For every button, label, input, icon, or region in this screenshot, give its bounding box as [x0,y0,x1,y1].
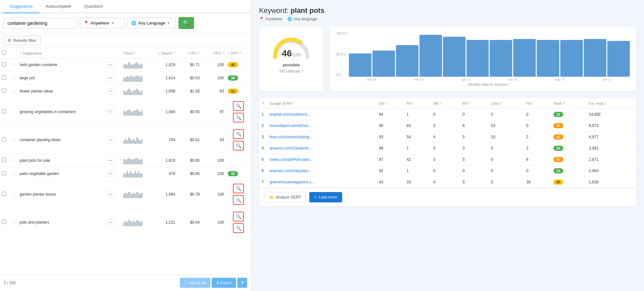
serp-fb-4: 6 [524,154,551,165]
chart-bar-4 [443,37,466,77]
mini-bar [136,75,138,82]
col-diff[interactable]: ↕ DIFF ? [226,48,251,58]
mini-bar [123,141,125,144]
mini-bar [141,63,142,69]
diff-search-btn-top-4[interactable]: 🔍 [233,129,244,139]
arrow-button-3[interactable]: ↩ [107,109,114,115]
diff-search-btn-top-8[interactable]: 🔍 [233,212,244,221]
star-icon-7[interactable]: ☆ [12,192,16,197]
serp-da-1: 90 [376,120,404,131]
row-checkbox-8[interactable] [2,220,6,224]
mini-bar [127,76,128,82]
search-button[interactable]: 🔍 [178,17,194,29]
select-all-checkbox[interactable] [2,51,6,55]
star-icon-1[interactable]: ☆ [12,75,16,81]
mini-bar [127,141,128,144]
arrow-button-5[interactable]: ↩ [107,158,114,164]
mini-bar [128,173,130,178]
col-search[interactable]: ↕ Search ? [147,48,177,58]
cpc-val-3: $0.55 [177,98,202,126]
chart-bar-0 [349,53,371,77]
star-icon-0[interactable]: ☆ [12,62,16,67]
star-icon-4[interactable]: ☆ [12,137,16,142]
serp-url-5: walmart.com/c/kp/plan... [267,165,376,177]
serp-card: ↗ Google SERP ? DA ? PA ? MR ? MT ? Link… [259,98,636,206]
serp-links-0: 0 [488,109,524,120]
export-button[interactable]: ⬇ Export [212,278,236,288]
col-cpc[interactable]: ↕ CPC ? [177,48,202,58]
tab-autocomplete[interactable]: Autocomplete [39,0,78,13]
keyword-cell-6: patio vegetable garden [20,171,59,176]
serp-url-0: wayfair.com/outdoor/s... [267,109,376,120]
diff-search-btn-bot-7[interactable]: 🔍 [233,195,244,205]
mini-bar [139,77,141,82]
row-checkbox-5[interactable] [2,158,6,162]
mini-bar [133,77,134,82]
diff-search-btn-top-3[interactable]: 🔍 [233,101,244,111]
add-to-list-button[interactable]: ☆ Add to list [180,278,210,288]
mini-bar [141,111,142,116]
serp-pa-2: 54 [404,131,431,143]
star-icon-3[interactable]: ☆ [12,109,16,114]
export-dropdown-button[interactable]: ▼ [237,278,247,288]
row-checkbox-6[interactable] [2,171,6,175]
mini-bar [138,159,139,164]
arrow-button-4[interactable]: ↩ [107,137,114,143]
tabs-bar: Suggestions Autocomplete Questions [0,0,251,13]
cpc-val-7: $0.78 [177,180,202,209]
mini-bar [136,137,138,144]
mini-bar [130,193,131,198]
language-icon-small: 🌐 [287,17,292,21]
row-checkbox-3[interactable] [2,109,6,113]
serp-visits-1: 8,073 [586,120,636,131]
tab-questions[interactable]: Questions [78,0,110,13]
suggestions-table-wrap: ↕ Suggestions Trend ? ↕ Search ? ↕ CPC ?… [0,48,251,274]
load-more-button[interactable]: + Load more [309,192,342,202]
language-select[interactable]: 🌐 Any Language ▼ [128,18,176,28]
ppc-val-2: 83 [202,85,226,98]
col-trend[interactable]: Trend ? [121,48,147,58]
row-checkbox-7[interactable] [2,192,6,196]
diff-search-btn-bot-3[interactable]: 🔍 [233,113,244,122]
diff-search-btn-top-7[interactable]: 🔍 [233,184,244,193]
mini-bar [128,158,130,164]
row-checkbox-1[interactable] [2,75,6,80]
search-input[interactable] [3,18,77,29]
arrow-button-6[interactable]: ↩ [107,171,114,177]
tab-suggestions[interactable]: Suggestions [3,0,39,13]
keyword-cell-4: container planting ideas [20,138,61,142]
arrow-button-0[interactable]: ↩ [107,62,114,68]
star-icon-6[interactable]: ☆ [12,171,16,176]
diff-search-btn-bot-8[interactable]: 🔍 [233,223,244,233]
mini-bar [133,193,134,198]
row-checkbox-2[interactable] [2,89,6,93]
seo-info-icon[interactable]: ? [302,70,303,73]
arrow-button-8[interactable]: ↩ [107,219,114,226]
serp-visits-2: 4,977 [586,131,636,143]
mini-bar [136,158,138,164]
ppc-val-0: 100 [202,58,226,72]
serp-da-6: 43 [376,177,404,188]
arrow-button-7[interactable]: ↩ [107,191,114,198]
meta-location: 📍 Anywhere [259,17,282,21]
star-icon-2[interactable]: ☆ [12,89,16,94]
trend-bars-5 [123,157,145,164]
keyword-cell-0: herb garden container [20,63,57,67]
serp-mt-1: 6 [460,120,488,131]
analyze-serp-button[interactable]: ⭐ Analyze SERP [264,192,306,202]
star-icon-5[interactable]: ☆ [12,158,16,163]
row-checkbox-4[interactable] [2,137,6,141]
mini-bar [125,92,126,95]
diff-search-btn-bot-4[interactable]: 🔍 [233,141,244,150]
row-checkbox-0[interactable] [2,62,6,66]
arrow-button-2[interactable]: ↩ [107,88,114,94]
chart-info-icon[interactable]: ? [508,83,510,86]
mini-bar [139,65,141,69]
location-select[interactable]: 📍 Anywhere ▼ [80,18,125,28]
col-ppc[interactable]: ↕ PPC ? [202,48,226,58]
results-filter-button[interactable]: ⚙ Results filter [3,36,41,45]
star-icon-8[interactable]: ☆ [12,220,16,225]
keyword-cell-2: flower planter ideas [20,89,53,93]
filter-label: Results filter [13,38,36,43]
arrow-button-1[interactable]: ↩ [107,75,114,81]
